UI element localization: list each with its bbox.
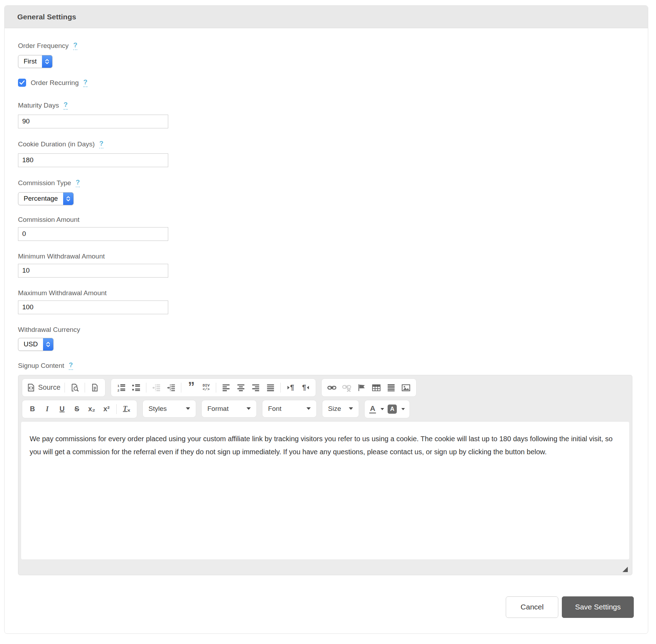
size-dropdown[interactable]: Size <box>322 400 359 418</box>
styles-dropdown-label: Styles <box>148 405 167 413</box>
dropdown-caret-icon <box>186 407 190 410</box>
commission-type-value: Percentage <box>18 193 63 205</box>
editor-footer <box>18 559 632 575</box>
help-icon[interactable]: ? <box>99 140 104 148</box>
editor-paragraph: We pay commissions for every order place… <box>30 432 621 458</box>
help-icon[interactable]: ? <box>63 101 68 110</box>
maturity-days-label: Maturity Days <box>18 102 59 109</box>
format-dropdown[interactable]: Format <box>201 400 257 418</box>
min-withdrawal-label-row: Minimum Withdrawal Amount <box>18 253 638 260</box>
unlink-button <box>339 381 354 395</box>
anchor-button[interactable] <box>354 381 369 395</box>
styles-dropdown[interactable]: Styles <box>142 400 196 418</box>
link-icon <box>327 383 336 392</box>
commission-type-label: Commission Type <box>18 179 71 187</box>
strikethrough-button[interactable]: S <box>69 402 84 416</box>
cookie-duration-input[interactable] <box>18 153 168 167</box>
dropdown-caret-icon <box>349 407 353 410</box>
commission-type-label-row: Commission Type ? <box>18 179 638 187</box>
order-recurring-checkbox[interactable] <box>18 79 26 87</box>
indent-icon <box>167 383 175 392</box>
commission-amount-input[interactable] <box>18 227 168 241</box>
maturity-days-label-row: Maturity Days ? <box>18 101 638 110</box>
help-icon[interactable]: ? <box>73 42 78 50</box>
rtl-paragraph-icon: ¶ <box>302 383 309 391</box>
max-withdrawal-label-row: Maximum Withdrawal Amount <box>18 289 638 297</box>
ltr-paragraph-button[interactable]: ¶ <box>283 381 298 395</box>
align-left-icon <box>222 383 230 392</box>
toolbar-group-paragraph: 12 ” <box>111 378 316 397</box>
save-settings-button[interactable]: Save Settings <box>562 596 634 618</box>
order-frequency-label: Order Frequency <box>18 42 69 50</box>
help-icon[interactable]: ? <box>83 79 87 87</box>
text-color-button[interactable]: A <box>368 402 386 416</box>
templates-button[interactable] <box>87 381 102 395</box>
toolbar-group-insert <box>321 378 417 397</box>
preview-button[interactable] <box>67 381 82 395</box>
bold-icon: B <box>30 405 35 413</box>
min-withdrawal-input[interactable] <box>18 264 168 278</box>
maturity-days-input[interactable] <box>18 115 168 128</box>
text-color-icon: A <box>369 405 376 414</box>
preview-icon <box>71 383 79 392</box>
horizontal-rule-button[interactable] <box>384 381 399 395</box>
toolbar-separator <box>181 383 181 393</box>
order-frequency-value: First <box>18 55 42 68</box>
help-icon[interactable]: ? <box>76 179 80 187</box>
link-button[interactable] <box>324 381 339 395</box>
strikethrough-icon: S <box>74 405 79 413</box>
bulleted-list-button[interactable] <box>129 381 144 395</box>
numbered-list-button[interactable]: 12 <box>114 381 129 395</box>
ltr-paragraph-icon: ¶ <box>287 383 294 391</box>
font-dropdown-label: Font <box>268 405 281 413</box>
image-button[interactable] <box>399 381 413 395</box>
dropdown-caret-icon <box>247 407 251 410</box>
anchor-icon <box>357 383 366 392</box>
subscript-button[interactable]: x₂ <box>84 402 99 416</box>
align-right-icon <box>251 383 260 392</box>
outdent-icon <box>152 383 160 392</box>
div-container-icon: DIV</> <box>202 384 209 391</box>
justify-icon <box>266 383 275 392</box>
withdrawal-currency-label: Withdrawal Currency <box>18 326 80 334</box>
remove-format-button[interactable]: T× <box>119 402 134 416</box>
order-frequency-select[interactable]: First <box>18 55 53 68</box>
underline-button[interactable]: U <box>55 402 69 416</box>
toolbar-separator <box>280 383 281 393</box>
order-recurring-label[interactable]: Order Recurring <box>31 79 79 87</box>
bold-button[interactable]: B <box>25 402 40 416</box>
background-color-button[interactable]: A <box>386 402 407 416</box>
align-right-button[interactable] <box>248 381 263 395</box>
source-button[interactable]: Source <box>25 381 62 395</box>
toolbar-group-basicstyles: B I U S x₂ x² T× <box>22 400 137 418</box>
cancel-button[interactable]: Cancel <box>506 596 558 618</box>
superscript-button[interactable]: x² <box>99 402 114 416</box>
withdrawal-currency-value: USD <box>18 338 43 351</box>
size-dropdown-label: Size <box>328 405 341 413</box>
select-chevrons-icon <box>42 55 52 68</box>
align-center-button[interactable] <box>233 381 248 395</box>
cookie-duration-label-row: Cookie Duration (in Days) ? <box>18 140 638 148</box>
toolbar-separator <box>65 383 65 393</box>
italic-button[interactable]: I <box>40 402 55 416</box>
subscript-icon: x₂ <box>88 405 95 413</box>
max-withdrawal-input[interactable] <box>18 300 168 314</box>
withdrawal-currency-select[interactable]: USD <box>18 338 54 351</box>
table-button[interactable] <box>369 381 384 395</box>
font-dropdown[interactable]: Font <box>262 400 317 418</box>
toolbar-separator <box>216 383 216 393</box>
blockquote-button[interactable]: ” <box>184 381 199 395</box>
editor-content-area[interactable]: We pay commissions for every order place… <box>21 422 629 559</box>
commission-type-select[interactable]: Percentage <box>18 192 74 205</box>
justify-button[interactable] <box>263 381 278 395</box>
blockquote-icon: ” <box>188 383 195 392</box>
commission-amount-label-row: Commission Amount <box>18 216 638 224</box>
outdent-button <box>149 381 164 395</box>
rtl-paragraph-button[interactable]: ¶ <box>298 381 313 395</box>
help-icon[interactable]: ? <box>69 362 73 370</box>
align-left-button[interactable] <box>219 381 233 395</box>
div-container-button[interactable]: DIV</> <box>199 381 213 395</box>
resize-handle-icon[interactable] <box>622 567 628 572</box>
indent-button[interactable] <box>164 381 178 395</box>
svg-text:1: 1 <box>117 383 120 387</box>
